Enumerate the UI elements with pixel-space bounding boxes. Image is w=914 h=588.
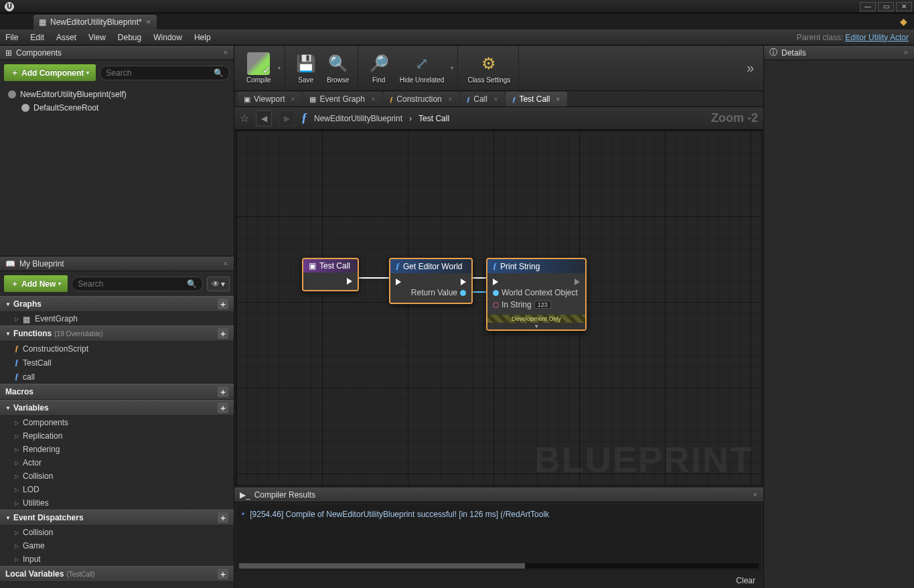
close-icon[interactable]: ✕ [223, 50, 228, 56]
var-rendering[interactable]: ▷Rendering [0, 443, 234, 456]
window-maximize-button[interactable]: ▭ [878, 2, 894, 11]
add-function-button[interactable]: ＋ [218, 328, 228, 339]
in-string-pin[interactable]: In String123 [493, 300, 551, 309]
parent-class-link[interactable]: Editor Utility Actor [845, 33, 909, 42]
close-icon[interactable]: ✕ [291, 96, 295, 102]
tab-viewport[interactable]: ▣Viewport✕ [237, 92, 302, 106]
close-icon[interactable]: ✕ [223, 261, 228, 267]
var-replication[interactable]: ▷Replication [0, 429, 234, 443]
component-root[interactable]: NewEditorUtilityBlueprint(self) [0, 88, 234, 101]
category-dispatchers[interactable]: ▼Event Dispatchers＋ [0, 510, 234, 526]
in-string-value[interactable]: 123 [534, 301, 551, 309]
document-tab[interactable]: ▦ NewEditorUtilityBlueprint* ✕ [33, 15, 157, 29]
log-scrollbar[interactable] [239, 563, 759, 569]
add-component-button[interactable]: ＋Add Component [4, 64, 96, 81]
close-icon[interactable]: ✕ [146, 19, 151, 25]
favorite-button[interactable]: ☆ [240, 112, 249, 125]
close-icon[interactable]: ✕ [371, 96, 376, 102]
var-actor[interactable]: ▷Actor [0, 456, 234, 469]
exec-out-pin[interactable] [575, 279, 580, 285]
components-search[interactable]: 🔍 [100, 66, 230, 80]
class-settings-button[interactable]: ⚙Class Settings [463, 51, 514, 85]
var-lod[interactable]: ▷LOD [0, 483, 234, 496]
var-collision[interactable]: ▷Collision [0, 469, 234, 483]
node-printstring[interactable]: ƒPrint String World Context Object In St… [486, 258, 587, 331]
disp-input[interactable]: ▷Input [0, 553, 234, 566]
nav-back-button[interactable]: ◀ [256, 111, 272, 127]
compile-button[interactable]: Compile [242, 51, 275, 85]
close-icon[interactable]: ✕ [903, 50, 909, 56]
category-graphs[interactable]: ▼Graphs＋ [0, 296, 234, 312]
view-options-button[interactable]: 👁▾ [207, 277, 230, 291]
details-panel-tab[interactable]: ⓘ Details ✕ [764, 46, 914, 60]
hide-unrelated-button[interactable]: ⤢Hide Unrelated [396, 51, 449, 85]
exec-in-pin[interactable] [396, 279, 401, 285]
add-new-button[interactable]: ＋Add New [4, 275, 68, 292]
close-icon[interactable]: ✕ [448, 96, 453, 102]
menu-view[interactable]: View [88, 33, 106, 42]
nav-forward-button[interactable]: ▶ [279, 111, 295, 127]
disp-game[interactable]: ▷Game [0, 539, 234, 553]
chevron-down-icon[interactable]: ▾ [278, 65, 281, 71]
node-testcall[interactable]: ▣Test Call [302, 258, 359, 291]
myblueprint-panel-tab[interactable]: 📖 My Blueprint ✕ [0, 256, 234, 271]
var-components[interactable]: ▷Components [0, 416, 234, 429]
entry-constructionscript[interactable]: ƒConstructionScript [0, 342, 234, 356]
component-child[interactable]: DefaultSceneRoot [0, 101, 234, 115]
sphere-icon [8, 90, 16, 98]
tab-construction[interactable]: ƒConstruction✕ [383, 92, 459, 106]
disp-collision[interactable]: ▷Collision [0, 526, 234, 539]
browse-button[interactable]: 🔍Browse [323, 51, 354, 85]
scrollbar-thumb[interactable] [239, 563, 525, 569]
tab-eventgraph[interactable]: ▦Event Graph✕ [303, 92, 382, 106]
window-close-button[interactable]: ✕ [896, 2, 912, 11]
close-icon[interactable]: ✕ [556, 96, 560, 102]
components-panel-tab[interactable]: ⊞ Components ✕ [0, 46, 234, 60]
save-button[interactable]: 💾Save [291, 51, 321, 85]
close-icon[interactable]: ✕ [493, 96, 498, 102]
entry-call[interactable]: ƒcall [0, 370, 234, 384]
exec-in-pin[interactable] [493, 279, 498, 285]
browse-icon: 🔍 [327, 52, 350, 75]
return-value-pin[interactable]: Return Value [411, 288, 466, 297]
myblueprint-search[interactable]: 🔍 [72, 277, 203, 291]
breadcrumb-class[interactable]: NewEditorUtilityBlueprint [314, 114, 402, 123]
toolbar-expand-button[interactable]: » [741, 60, 759, 76]
window-minimize-button[interactable]: — [860, 2, 876, 11]
category-localvars[interactable]: Local Variables(TestCall)＋ [0, 566, 234, 582]
tab-testcall[interactable]: ƒTest Call✕ [506, 92, 568, 106]
menu-edit[interactable]: Edit [30, 33, 44, 42]
tab-call[interactable]: ƒCall✕ [460, 92, 505, 106]
add-variable-button[interactable]: ＋ [218, 402, 228, 413]
entry-testcall[interactable]: ƒTestCall [0, 356, 234, 370]
expand-node-button[interactable]: ▾ [487, 323, 585, 329]
menu-asset[interactable]: Asset [56, 33, 76, 42]
menu-window[interactable]: Window [153, 33, 182, 42]
exec-out-pin[interactable] [461, 279, 466, 285]
myblueprint-search-input[interactable] [78, 279, 187, 289]
add-macro-button[interactable]: ＋ [218, 386, 228, 397]
graph-canvas[interactable]: ▣Test Call ƒGet Editor World Return Valu… [236, 130, 762, 486]
var-utilities[interactable]: ▷Utilities [0, 496, 234, 510]
breadcrumb-function[interactable]: Test Call [418, 114, 449, 123]
compiler-results-tab[interactable]: ▶_ Compiler Results ✕ [234, 488, 763, 502]
menu-help[interactable]: Help [194, 33, 211, 42]
category-functions[interactable]: ▼Functions(19 Overridable)＋ [0, 325, 234, 342]
menu-debug[interactable]: Debug [118, 33, 141, 42]
add-dispatcher-button[interactable]: ＋ [218, 512, 228, 523]
exec-out-pin[interactable] [347, 278, 352, 285]
add-localvar-button[interactable]: ＋ [218, 569, 228, 579]
components-search-input[interactable] [106, 68, 214, 78]
chevron-down-icon[interactable]: ▾ [451, 65, 453, 71]
find-button[interactable]: 🔎Find [364, 51, 394, 85]
node-geteditorworld[interactable]: ƒGet Editor World Return Value [389, 258, 473, 304]
add-graph-button[interactable]: ＋ [218, 299, 228, 309]
menu-file[interactable]: File [5, 33, 18, 42]
category-variables[interactable]: ▼Variables＋ [0, 400, 234, 416]
compiler-log[interactable]: •[9254.46] Compile of NewEditorUtilityBl… [236, 504, 761, 571]
entry-eventgraph[interactable]: ▷▦EventGraph [0, 312, 234, 325]
world-context-pin[interactable]: World Context Object [493, 288, 578, 297]
close-icon[interactable]: ✕ [753, 492, 758, 498]
clear-log-button[interactable]: Clear [234, 573, 763, 588]
category-macros[interactable]: Macros＋ [0, 384, 234, 400]
